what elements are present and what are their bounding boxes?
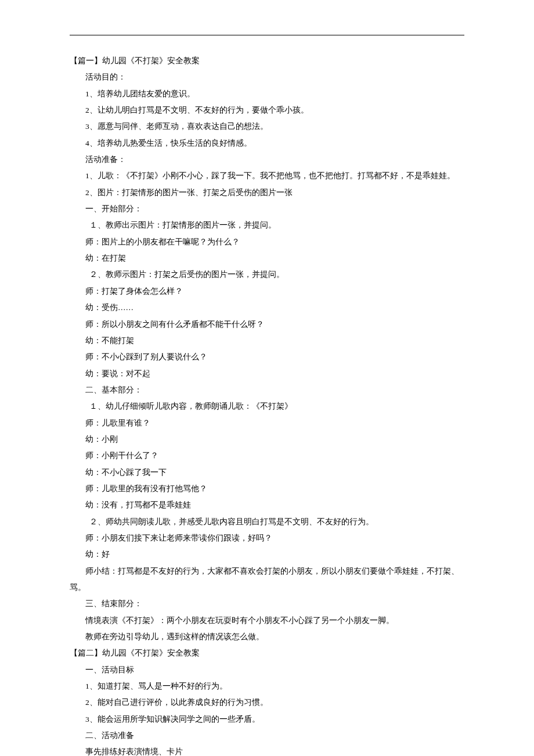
body-line: 2、能对自己进行评价，以此养成良好的行为习惯。 [70,694,464,711]
body-line: 幼：不小心踩了我一下 [70,465,464,481]
body-line: 三、结束部分： [70,596,464,612]
body-line: ２、师幼共同朗读儿歌，并感受儿歌内容且明白打骂是不文明、不友好的行为。 [70,514,464,530]
body-line: 师：不小心踩到了别人要说什么？ [70,349,464,365]
body-line: ２、教师示图片：打架之后受伤的图片一张，并提问。 [70,267,464,283]
body-line: 师小结：打骂都是不友好的行为，大家都不喜欢会打架的小朋友，所以小朋友们要做个乖娃… [70,563,464,596]
body-line: 师：打架了身体会怎么样？ [70,283,464,300]
body-line: 二、基本部分： [70,382,464,398]
section2-title: 【篇二】幼儿园《不打架》安全教案 [70,645,464,661]
body-line: 3、愿意与同伴、老师互动，喜欢表达自己的想法。 [70,118,464,135]
document-page: 【篇一】幼儿园《不打架》安全教案 活动目的： 1、培养幼儿团结友爱的意识。 2、… [0,0,534,756]
body-line: 1、儿歌：《不打架》小刚不小心，踩了我一下。我不把他骂，也不把他打。打骂都不好，… [70,168,464,184]
body-line: 教师在旁边引导幼儿，遇到这样的情况该怎么做。 [70,629,464,645]
body-line: 一、活动目标 [70,662,464,678]
body-line: 幼：小刚 [70,431,464,448]
body-line: 师：图片上的小朋友都在干嘛呢？为什么？ [70,234,464,250]
body-line: １、教师出示图片：打架情形的图片一张，并提问。 [70,217,464,233]
body-line: 师：儿歌里有谁？ [70,415,464,431]
body-line: 活动准备： [70,152,464,168]
body-line: 幼：在打架 [70,250,464,267]
body-line: 2、图片：打架情形的图片一张、打架之后受伤的图片一张 [70,185,464,201]
body-line: 1、知道打架、骂人是一种不好的行为。 [70,678,464,694]
body-line: 幼：要说：对不起 [70,366,464,382]
body-line: 幼：受伤…… [70,300,464,316]
body-line: 幼：好 [70,546,464,563]
body-line: 3、能会运用所学知识解决同学之间的一些矛盾。 [70,711,464,728]
body-line: 幼：没有，打骂都不是乖娃娃 [70,497,464,513]
body-line: 师：小朋友们接下来让老师来带读你们跟读，好吗？ [70,530,464,546]
body-line: 二、活动准备 [70,728,464,744]
body-line: 幼：不能打架 [70,333,464,349]
body-line: 4、培养幼儿热爱生活，快乐生活的良好情感。 [70,135,464,152]
body-line: 情境表演《不打架》：两个小朋友在玩耍时有个小朋友不小心踩了另一个小朋友一脚。 [70,613,464,629]
top-rule [70,35,464,35]
body-line: 1、培养幼儿团结友爱的意识。 [70,86,464,102]
body-line: １、幼儿仔细倾听儿歌内容，教师朗诵儿歌：《不打架》 [70,398,464,415]
body-line: 一、开始部分： [70,201,464,217]
body-line: 事先排练好表演情境、卡片 [70,744,464,756]
body-line: 师：儿歌里的我有没有打他骂他？ [70,481,464,497]
body-line: 2、让幼儿明白打骂是不文明、不友好的行为，要做个乖小孩。 [70,102,464,118]
body-line: 活动目的： [70,69,464,85]
body-line: 师：所以小朋友之间有什么矛盾都不能干什么呀？ [70,316,464,333]
section1-title: 【篇一】幼儿园《不打架》安全教案 [70,53,464,69]
body-line: 师：小刚干什么了？ [70,448,464,464]
